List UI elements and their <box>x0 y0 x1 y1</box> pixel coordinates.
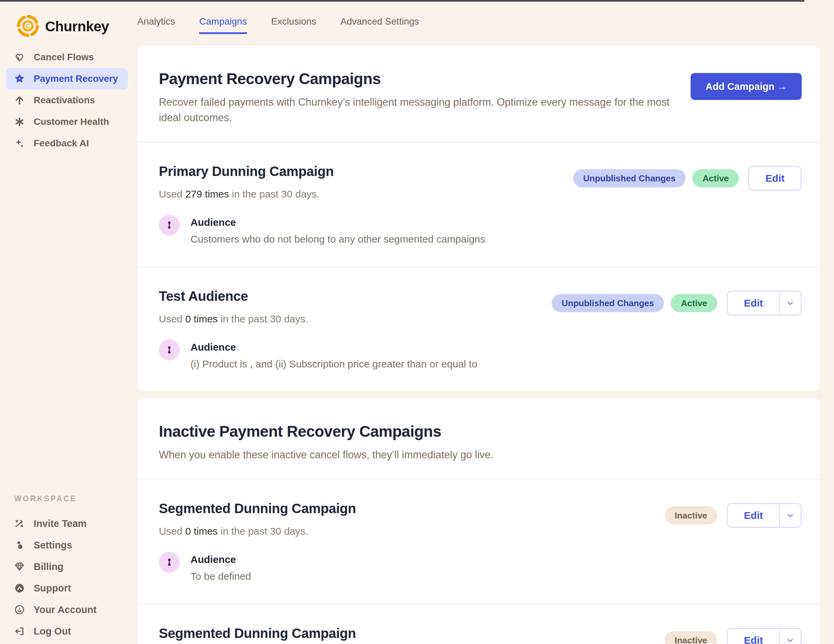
badge-group: Unpublished ChangesActive <box>552 294 718 312</box>
edit-button[interactable]: Edit <box>748 166 802 191</box>
sidebar-item-reactivations[interactable]: Reactivations <box>0 89 136 111</box>
status-badge-inactive: Inactive <box>665 631 718 644</box>
workspace-item-label: Invite Team <box>34 518 87 529</box>
sidebar-item-payment-recovery[interactable]: Payment Recovery <box>6 68 128 89</box>
workspace-item-label: Billing <box>34 561 64 572</box>
edit-button-label[interactable]: Edit <box>727 629 779 644</box>
support-icon <box>14 583 25 594</box>
status-badge-unpublished-changes: Unpublished Changes <box>552 294 664 312</box>
audience-block: Audience (i) Product is , and (ii) Subsc… <box>159 339 477 370</box>
edit-button-label[interactable]: Edit <box>749 167 801 190</box>
audience-icon <box>159 552 180 573</box>
edit-button-label[interactable]: Edit <box>727 292 779 315</box>
badge-group: Inactive <box>665 631 718 644</box>
badge-group: Unpublished ChangesActive <box>573 169 739 187</box>
active-campaigns-card: Payment Recovery Campaigns Recover faile… <box>136 45 821 392</box>
star-icon <box>14 73 25 84</box>
campaign-row: Segmented Dunning Campaign Used 0 times … <box>137 604 821 644</box>
workspace-section: WORKSPACE Invite Team Settings <box>0 494 136 642</box>
sidebar-item-customer-health[interactable]: Customer Health <box>0 111 136 132</box>
gem-icon <box>14 561 25 572</box>
sidebar-item-feedback-ai[interactable]: Feedback AI <box>0 132 136 154</box>
tab-campaigns[interactable]: Campaigns <box>199 16 247 34</box>
workspace-item-label: Log Out <box>34 626 71 637</box>
sidebar-item-your-account[interactable]: Your Account <box>0 599 136 620</box>
sidebar-item-billing[interactable]: Billing <box>0 556 136 577</box>
campaign-usage: Used 0 times in the past 30 days. <box>159 313 477 325</box>
tab-advanced-settings[interactable]: Advanced Settings <box>341 16 419 32</box>
sidebar-item-label: Customer Health <box>34 116 109 127</box>
campaign-name: Segmented Dunning Campaign <box>159 501 356 516</box>
inactive-campaigns-card: Inactive Payment Recovery Campaigns When… <box>136 397 821 644</box>
audience-description: Customers who do not belong to any other… <box>191 234 485 245</box>
audience-block: Audience To be defined <box>159 552 356 582</box>
brand: C Churnkey <box>16 14 109 39</box>
campaign-usage: Used 279 times in the past 30 days. <box>159 189 485 200</box>
shuffle-icon <box>14 518 25 529</box>
sidebar-item-cancel-flows[interactable]: Cancel Flows <box>0 47 136 68</box>
edit-button[interactable]: Edit <box>727 628 802 644</box>
badge-group: Inactive <box>665 507 718 525</box>
audience-label: Audience <box>191 215 485 228</box>
dots-icon <box>14 540 25 550</box>
edit-button-label[interactable]: Edit <box>727 504 779 527</box>
campaign-name: Primary Dunning Campaign <box>159 164 485 179</box>
campaign-actions: Inactive Edit <box>665 626 802 644</box>
tab-analytics[interactable]: Analytics <box>137 16 175 32</box>
status-badge-active: Active <box>671 294 717 312</box>
edit-dropdown-toggle[interactable] <box>779 292 801 315</box>
brand-name: Churnkey <box>45 18 109 35</box>
campaign-actions: Inactive Edit <box>665 501 802 528</box>
browser-top-strip <box>0 0 804 2</box>
campaign-row: Primary Dunning Campaign Used 279 times … <box>137 142 821 266</box>
tab-exclusions[interactable]: Exclusions <box>271 16 316 32</box>
campaign-actions: Unpublished ChangesActive Edit <box>552 289 802 316</box>
sidebar-item-log-out[interactable]: Log Out <box>0 620 136 642</box>
campaign-actions: Unpublished ChangesActive Edit <box>573 164 802 191</box>
workspace-item-label: Settings <box>34 540 72 551</box>
campaign-info: Segmented Dunning Campaign Used 0 times … <box>159 626 356 644</box>
sidebar-item-settings[interactable]: Settings <box>0 534 136 556</box>
campaign-usage: Used 0 times in the past 30 days. <box>159 526 356 537</box>
campaign-info: Segmented Dunning Campaign Used 0 times … <box>159 501 356 582</box>
churnkey-logo-icon: C <box>16 14 40 39</box>
inactive-card-header-text: Inactive Payment Recovery Campaigns When… <box>159 422 493 463</box>
workspace-label: WORKSPACE <box>0 494 136 504</box>
chevron-down-icon <box>785 298 795 308</box>
audience-label: Audience <box>191 552 251 565</box>
account-icon <box>14 604 25 615</box>
page-title: Payment Recovery Campaigns <box>159 69 691 88</box>
workspace-item-label: Your Account <box>34 604 97 615</box>
edit-dropdown-toggle[interactable] <box>779 504 801 527</box>
main-content: Payment Recovery Campaigns Recover faile… <box>136 45 821 644</box>
edit-button[interactable]: Edit <box>727 291 802 316</box>
logout-icon <box>14 626 25 637</box>
sidebar-item-label: Cancel Flows <box>34 52 94 63</box>
edit-button[interactable]: Edit <box>727 503 802 528</box>
audience-icon <box>159 339 180 360</box>
audience-block: Audience Customers who do not belong to … <box>159 215 485 245</box>
edit-dropdown-toggle[interactable] <box>779 629 801 644</box>
workspace-item-label: Support <box>34 583 71 594</box>
usage-count: 0 times <box>185 526 218 537</box>
campaign-name: Test Audience <box>159 289 477 304</box>
add-campaign-button[interactable]: Add Campaign → <box>691 73 802 100</box>
active-card-header-text: Payment Recovery Campaigns Recover faile… <box>159 69 691 126</box>
asterisk-icon <box>14 116 25 127</box>
svg-text:C: C <box>26 23 30 30</box>
campaign-info: Test Audience Used 0 times in the past 3… <box>159 289 477 370</box>
sidebar-item-invite-team[interactable]: Invite Team <box>0 513 136 534</box>
heart-icon <box>14 52 25 63</box>
inactive-section-description: When you enable these inactive cancel fl… <box>159 447 493 463</box>
sidebar-item-support[interactable]: Support <box>0 577 136 599</box>
campaign-row: Test Audience Used 0 times in the past 3… <box>137 266 821 391</box>
inactive-campaign-rows: Segmented Dunning Campaign Used 0 times … <box>137 479 821 644</box>
audience-icon <box>159 215 180 236</box>
sidebar-item-label: Feedback AI <box>34 138 89 149</box>
chevron-down-icon <box>785 635 795 644</box>
status-badge-inactive: Inactive <box>665 507 718 525</box>
audience-description: (i) Product is , and (ii) Subscription p… <box>191 358 477 370</box>
top-navigation: Analytics Campaigns Exclusions Advanced … <box>137 16 419 34</box>
sidebar-item-label: Reactivations <box>34 95 95 106</box>
inactive-section-title: Inactive Payment Recovery Campaigns <box>159 422 493 441</box>
